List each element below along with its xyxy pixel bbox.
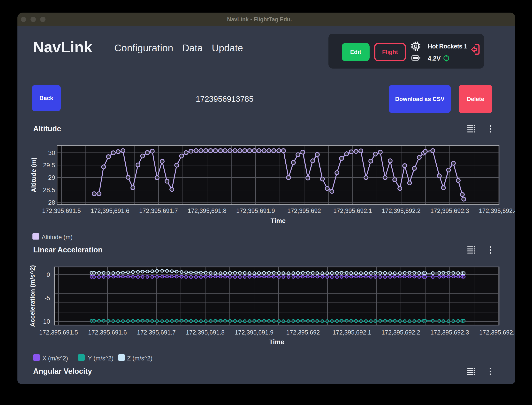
svg-text:172,395,691.9: 172,395,691.9 xyxy=(235,329,274,336)
svg-text:30: 30 xyxy=(48,149,55,156)
svg-text:172,395,691.7: 172,395,691.7 xyxy=(137,329,176,336)
svg-text:29: 29 xyxy=(48,174,55,181)
svg-text:172,395,691.5: 172,395,691.5 xyxy=(42,207,81,214)
svg-text:Time: Time xyxy=(271,217,286,225)
svg-text:29.5: 29.5 xyxy=(43,162,55,169)
svg-text:172,395,692.4: 172,395,692.4 xyxy=(479,207,515,214)
svg-text:172,395,692.1: 172,395,692.1 xyxy=(333,207,372,214)
svg-text:0: 0 xyxy=(47,271,50,278)
svg-text:Time: Time xyxy=(269,338,284,346)
svg-text:172,395,691.9: 172,395,691.9 xyxy=(236,207,275,214)
svg-text:172,395,692.2: 172,395,692.2 xyxy=(382,207,421,214)
svg-text:172,395,691.8: 172,395,691.8 xyxy=(186,329,225,336)
svg-text:172,395,692: 172,395,692 xyxy=(287,207,321,214)
svg-text:172,395,691.6: 172,395,691.6 xyxy=(88,329,127,336)
svg-text:172,395,692.3: 172,395,692.3 xyxy=(430,207,469,214)
svg-text:172,395,692.1: 172,395,692.1 xyxy=(333,329,371,336)
svg-text:172,395,692.2: 172,395,692.2 xyxy=(381,329,420,336)
svg-text:-5: -5 xyxy=(45,294,50,302)
svg-text:Altitude (m): Altitude (m) xyxy=(30,157,37,192)
svg-text:172,395,692.3: 172,395,692.3 xyxy=(430,329,469,336)
svg-text:172,395,692: 172,395,692 xyxy=(286,329,320,336)
svg-text:172,395,691.6: 172,395,691.6 xyxy=(91,207,129,214)
svg-text:-10: -10 xyxy=(41,318,50,325)
svg-text:172,395,691.7: 172,395,691.7 xyxy=(139,207,178,214)
svg-text:28: 28 xyxy=(48,199,55,206)
svg-text:172,395,691.5: 172,395,691.5 xyxy=(39,329,78,336)
svg-text:172,395,692.4: 172,395,692.4 xyxy=(479,329,515,336)
svg-text:Acceleration (m/s^2): Acceleration (m/s^2) xyxy=(29,265,36,327)
svg-text:172,395,691.8: 172,395,691.8 xyxy=(188,207,227,214)
svg-text:28.5: 28.5 xyxy=(43,186,55,194)
